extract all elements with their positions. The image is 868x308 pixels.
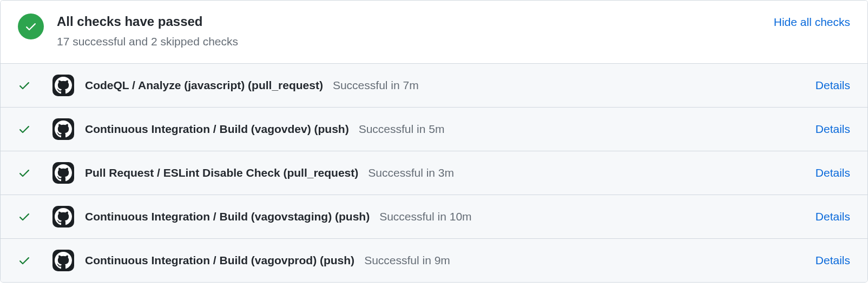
check-name: Continuous Integration / Build (vagovpro… xyxy=(85,254,354,267)
check-row: Pull Request / ESLint Disable Check (pul… xyxy=(1,151,867,195)
check-success-icon xyxy=(18,79,31,92)
check-status: Successful in 3m xyxy=(368,166,454,179)
checks-title: All checks have passed xyxy=(57,14,774,30)
github-actions-avatar xyxy=(52,118,74,140)
check-success-icon xyxy=(18,210,31,223)
check-name: Continuous Integration / Build (vagovdev… xyxy=(85,123,349,136)
details-link[interactable]: Details xyxy=(816,123,850,136)
check-content: Pull Request / ESLint Disable Check (pul… xyxy=(85,166,816,179)
check-success-icon xyxy=(18,123,31,136)
checks-header: All checks have passed 17 successful and… xyxy=(1,1,867,63)
check-content: Continuous Integration / Build (vagovsta… xyxy=(85,210,816,223)
check-status: Successful in 9m xyxy=(364,254,450,267)
check-row: Continuous Integration / Build (vagovdev… xyxy=(1,107,867,151)
details-link[interactable]: Details xyxy=(816,79,850,92)
checks-panel: All checks have passed 17 successful and… xyxy=(0,0,868,283)
check-status: Successful in 5m xyxy=(359,123,445,136)
check-status: Successful in 7m xyxy=(333,79,419,92)
github-actions-avatar xyxy=(52,75,74,96)
check-success-icon xyxy=(18,166,31,179)
check-row: Continuous Integration / Build (vagovpro… xyxy=(1,238,867,282)
check-status: Successful in 10m xyxy=(379,210,471,223)
check-content: Continuous Integration / Build (vagovpro… xyxy=(85,254,816,267)
details-link[interactable]: Details xyxy=(816,254,850,267)
toggle-checks-link[interactable]: Hide all checks xyxy=(774,16,850,29)
github-actions-avatar xyxy=(52,162,74,184)
check-row: CodeQL / Analyze (javascript) (pull_requ… xyxy=(1,63,867,107)
details-link[interactable]: Details xyxy=(816,166,850,179)
check-name: Continuous Integration / Build (vagovsta… xyxy=(85,210,370,223)
details-link[interactable]: Details xyxy=(816,210,850,223)
check-name: CodeQL / Analyze (javascript) (pull_requ… xyxy=(85,79,323,92)
checks-subtitle: 17 successful and 2 skipped checks xyxy=(57,33,774,50)
header-text: All checks have passed 17 successful and… xyxy=(57,14,774,50)
github-actions-avatar xyxy=(52,206,74,227)
check-content: Continuous Integration / Build (vagovdev… xyxy=(85,123,816,136)
check-success-icon xyxy=(18,254,31,267)
github-actions-avatar xyxy=(52,250,74,271)
check-row: Continuous Integration / Build (vagovsta… xyxy=(1,195,867,238)
check-content: CodeQL / Analyze (javascript) (pull_requ… xyxy=(85,79,816,92)
check-name: Pull Request / ESLint Disable Check (pul… xyxy=(85,166,358,179)
status-success-icon xyxy=(18,14,44,39)
